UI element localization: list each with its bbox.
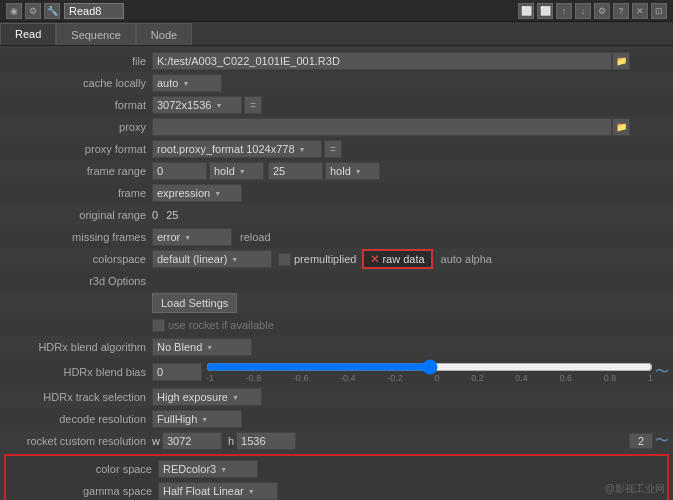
title-bar: ◉ ⚙ 🔧 ⬜ ⬜ ↑ ↓ ⚙ ? ✕ ⊡ bbox=[0, 0, 673, 22]
raw-data-x-icon: ✕ bbox=[370, 253, 379, 266]
slider-container: -1 -0.8 -0.6 -0.4 -0.2 0 0.2 0.4 0.6 0.8… bbox=[206, 361, 653, 383]
color-space-row: color space REDcolor3 bbox=[6, 458, 667, 480]
decode-resolution-row: decode resolution FullHigh bbox=[0, 408, 673, 430]
proxy-format-label: proxy format bbox=[4, 143, 152, 155]
use-rocket-check[interactable]: use rocket if available bbox=[152, 319, 274, 332]
icon-grid[interactable]: ⊡ bbox=[651, 3, 667, 19]
color-space-dropdown[interactable]: REDcolor3 bbox=[158, 460, 258, 478]
gamma-space-label: gamma space bbox=[10, 485, 158, 497]
icon-gear[interactable]: ⚙ bbox=[25, 3, 41, 19]
premultiplied-checkbox[interactable] bbox=[278, 253, 291, 266]
rocket-h-label: h bbox=[228, 435, 234, 447]
format-dropdown[interactable]: 3072x1536 bbox=[152, 96, 242, 114]
auto-alpha-label: auto alpha bbox=[441, 253, 492, 265]
tab-node[interactable]: Node bbox=[136, 23, 192, 45]
format-row: format 3072x1536 = bbox=[0, 94, 673, 116]
icon-close[interactable]: ✕ bbox=[632, 3, 648, 19]
frame-range-hold2[interactable]: hold bbox=[325, 162, 380, 180]
proxy-row: proxy 📁 bbox=[0, 116, 673, 138]
hdrx-track-dropdown[interactable]: High exposure bbox=[152, 388, 262, 406]
window-name-input[interactable] bbox=[64, 3, 124, 19]
hdrx-bias-input[interactable] bbox=[152, 363, 202, 381]
right-number: 2 bbox=[629, 433, 653, 449]
proxy-input[interactable] bbox=[152, 118, 612, 136]
colorspace-label: colorspace bbox=[4, 253, 152, 265]
frame-range-hold1[interactable]: hold bbox=[209, 162, 264, 180]
cache-locally-dropdown[interactable]: auto bbox=[152, 74, 222, 92]
premultiplied-check[interactable]: premultiplied bbox=[278, 253, 356, 266]
missing-frames-dropdown[interactable]: error bbox=[152, 228, 232, 246]
watermark: @影视工业网 bbox=[605, 482, 665, 496]
proxy-browse-btn[interactable]: 📁 bbox=[612, 118, 630, 136]
load-settings-row: Load Settings bbox=[0, 292, 673, 314]
reload-link[interactable]: reload bbox=[240, 231, 271, 243]
icon-circle[interactable]: ◉ bbox=[6, 3, 22, 19]
decode-resolution-label: decode resolution bbox=[4, 413, 152, 425]
original-to: 25 bbox=[166, 209, 178, 221]
use-rocket-checkbox[interactable] bbox=[152, 319, 165, 332]
rocket-custom-label: rocket custom resolution bbox=[4, 435, 152, 447]
slider-labels: -1 -0.8 -0.6 -0.4 -0.2 0 0.2 0.4 0.6 0.8… bbox=[206, 373, 653, 383]
waveform2-icon: 〜 bbox=[655, 432, 669, 450]
cache-locally-row: cache locally auto bbox=[0, 72, 673, 94]
premultiplied-label: premultiplied bbox=[294, 253, 356, 265]
frame-dropdown[interactable]: expression bbox=[152, 184, 242, 202]
r3d-options-row: r3d Options bbox=[0, 270, 673, 292]
frame-range-row: frame range hold hold bbox=[0, 160, 673, 182]
icon-help[interactable]: ? bbox=[613, 3, 629, 19]
format-label: format bbox=[4, 99, 152, 111]
original-from: 0 bbox=[152, 209, 158, 221]
icon-down[interactable]: ↓ bbox=[575, 3, 591, 19]
file-input[interactable] bbox=[152, 52, 612, 70]
rocket-h-input[interactable] bbox=[236, 432, 296, 450]
file-row: file 📁 bbox=[0, 50, 673, 72]
tab-read[interactable]: Read bbox=[0, 23, 56, 45]
cache-locally-label: cache locally bbox=[4, 77, 152, 89]
missing-frames-label: missing frames bbox=[4, 231, 152, 243]
frame-label: frame bbox=[4, 187, 152, 199]
missing-frames-row: missing frames error reload bbox=[0, 226, 673, 248]
hdrx-blend-dropdown[interactable]: No Blend bbox=[152, 338, 252, 356]
frame-range-from[interactable] bbox=[152, 162, 207, 180]
hdrx-bias-slider[interactable] bbox=[206, 363, 653, 371]
tab-bar: Read Sequence Node bbox=[0, 22, 673, 46]
title-icons: ◉ ⚙ 🔧 bbox=[6, 3, 60, 19]
gamma-space-row: gamma space Half Float Linear bbox=[6, 480, 667, 500]
proxy-format-equals-btn[interactable]: = bbox=[324, 140, 342, 158]
title-right-icons: ⬜ ⬜ ↑ ↓ ⚙ ? ✕ ⊡ bbox=[518, 3, 667, 19]
decode-resolution-dropdown[interactable]: FullHigh bbox=[152, 410, 242, 428]
original-range-row: original range 0 25 bbox=[0, 204, 673, 226]
proxy-format-dropdown[interactable]: root.proxy_format 1024x778 bbox=[152, 140, 322, 158]
use-rocket-label: use rocket if available bbox=[168, 319, 274, 331]
icon-wrench[interactable]: 🔧 bbox=[44, 3, 60, 19]
icon-maximize[interactable]: ⬜ bbox=[518, 3, 534, 19]
rocket-custom-row: rocket custom resolution w h 2 〜 bbox=[0, 430, 673, 452]
hdrx-track-row: HDRx track selection High exposure bbox=[0, 386, 673, 408]
highlighted-section: color space REDcolor3 gamma space Half F… bbox=[4, 454, 669, 500]
file-label: file bbox=[4, 55, 152, 67]
format-equals-btn[interactable]: = bbox=[244, 96, 262, 114]
frame-row: frame expression bbox=[0, 182, 673, 204]
raw-data-label: raw data bbox=[382, 253, 424, 265]
load-settings-button[interactable]: Load Settings bbox=[152, 293, 237, 313]
icon-up[interactable]: ↑ bbox=[556, 3, 572, 19]
rocket-w-input[interactable] bbox=[162, 432, 222, 450]
frame-range-label: frame range bbox=[4, 165, 152, 177]
hdrx-blend-label: HDRx blend algorithm bbox=[4, 341, 152, 353]
file-browse-btn[interactable]: 📁 bbox=[612, 52, 630, 70]
hdrx-blend-row: HDRx blend algorithm No Blend bbox=[0, 336, 673, 358]
rocket-w-label: w bbox=[152, 435, 160, 447]
gamma-space-dropdown[interactable]: Half Float Linear bbox=[158, 482, 278, 500]
waveform-icon: 〜 bbox=[655, 363, 669, 381]
proxy-label: proxy bbox=[4, 121, 152, 133]
raw-data-button[interactable]: ✕ raw data bbox=[362, 249, 432, 269]
icon-restore[interactable]: ⬜ bbox=[537, 3, 553, 19]
icon-settings[interactable]: ⚙ bbox=[594, 3, 610, 19]
colorspace-dropdown[interactable]: default (linear) bbox=[152, 250, 272, 268]
colorspace-row: colorspace default (linear) premultiplie… bbox=[0, 248, 673, 270]
frame-range-to[interactable] bbox=[268, 162, 323, 180]
hdrx-bias-row: HDRx blend bias -1 -0.8 -0.6 -0.4 -0.2 0… bbox=[0, 358, 673, 386]
proxy-format-row: proxy format root.proxy_format 1024x778 … bbox=[0, 138, 673, 160]
use-rocket-row: use rocket if available bbox=[0, 314, 673, 336]
tab-sequence[interactable]: Sequence bbox=[56, 23, 136, 45]
